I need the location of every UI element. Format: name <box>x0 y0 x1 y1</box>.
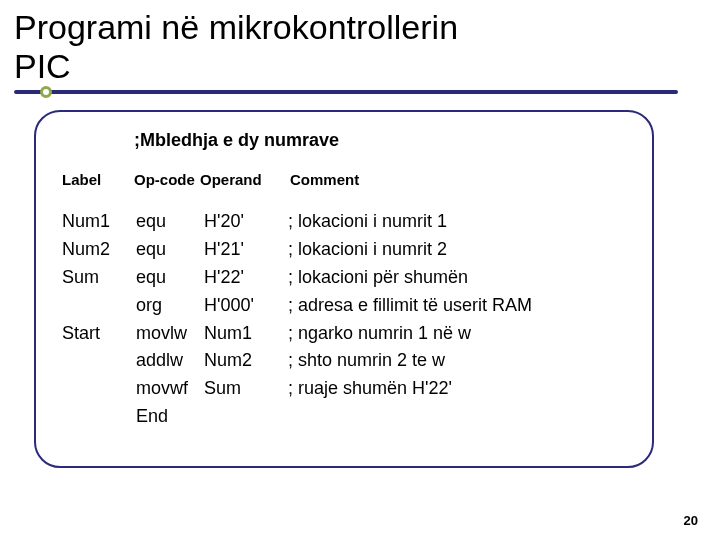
title-line-2: PIC <box>14 47 71 85</box>
cell-comment: ; lokacioni i numrit 1 <box>288 208 626 236</box>
bullet-icon <box>40 86 52 98</box>
cell-comment: ; adresa e fillimit të userit RAM <box>288 292 626 320</box>
code-table: Num1 equ H'20' ; lokacioni i numrit 1 Nu… <box>62 208 626 431</box>
header-opcode: Op-code <box>134 171 200 188</box>
cell-operand: Num1 <box>204 320 288 348</box>
cell-label: Sum <box>62 264 134 292</box>
cell-comment: ; lokacioni i numrit 2 <box>288 236 626 264</box>
cell-opcode: equ <box>134 236 204 264</box>
cell-comment: ; lokacioni për shumën <box>288 264 626 292</box>
slide-title: Programi në mikrokontrollerin PIC <box>0 0 720 88</box>
cell-label: Start <box>62 320 134 348</box>
code-card: ;Mbledhja e dy numrave Label Op-code Ope… <box>34 110 654 468</box>
cell-opcode: End <box>134 403 204 431</box>
header-comment: Comment <box>290 171 626 188</box>
program-comment-title: ;Mbledhja e dy numrave <box>134 130 626 151</box>
cell-opcode: movlw <box>134 320 204 348</box>
code-row: Start movlw Num1 ; ngarko numrin 1 në w <box>62 320 626 348</box>
cell-label <box>62 403 134 431</box>
header-operand: Operand <box>200 171 284 188</box>
cell-operand: H'22' <box>204 264 288 292</box>
column-headers: Label Op-code Operand Comment <box>62 171 626 188</box>
cell-opcode: addlw <box>134 347 204 375</box>
cell-operand: Num2 <box>204 347 288 375</box>
title-underline <box>14 90 678 94</box>
cell-opcode: equ <box>134 264 204 292</box>
cell-comment: ; ruaje shumën H'22' <box>288 375 626 403</box>
cell-comment: ; ngarko numrin 1 në w <box>288 320 626 348</box>
cell-operand: H'21' <box>204 236 288 264</box>
code-row: Sum equ H'22' ; lokacioni për shumën <box>62 264 626 292</box>
cell-operand: H'000' <box>204 292 288 320</box>
cell-comment: ; shto numrin 2 te w <box>288 347 626 375</box>
cell-label <box>62 347 134 375</box>
page-number: 20 <box>684 513 698 528</box>
cell-label: Num2 <box>62 236 134 264</box>
cell-opcode: org <box>134 292 204 320</box>
cell-label <box>62 292 134 320</box>
cell-opcode: equ <box>134 208 204 236</box>
title-line-1: Programi në mikrokontrollerin <box>14 8 458 46</box>
code-row: End <box>62 403 626 431</box>
cell-comment <box>288 403 626 431</box>
code-row: Num2 equ H'21' ; lokacioni i numrit 2 <box>62 236 626 264</box>
cell-label: Num1 <box>62 208 134 236</box>
header-label: Label <box>62 171 134 188</box>
code-row: movwf Sum ; ruaje shumën H'22' <box>62 375 626 403</box>
cell-operand: H'20' <box>204 208 288 236</box>
cell-label <box>62 375 134 403</box>
code-row: org H'000' ; adresa e fillimit të userit… <box>62 292 626 320</box>
code-row: Num1 equ H'20' ; lokacioni i numrit 1 <box>62 208 626 236</box>
code-row: addlw Num2 ; shto numrin 2 te w <box>62 347 626 375</box>
cell-operand <box>204 403 288 431</box>
cell-operand: Sum <box>204 375 288 403</box>
cell-opcode: movwf <box>134 375 204 403</box>
